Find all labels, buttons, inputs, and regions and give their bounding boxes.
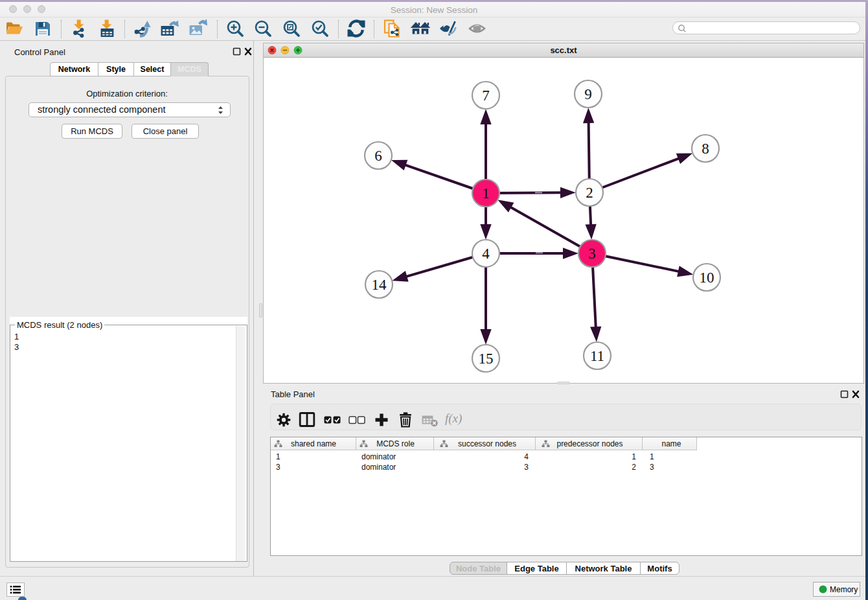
svg-text:15: 15	[479, 351, 494, 367]
svg-text:4: 4	[482, 246, 490, 262]
svg-text:8: 8	[702, 141, 709, 157]
svg-text:14: 14	[372, 277, 387, 293]
svg-text:3: 3	[588, 246, 596, 262]
svg-text:10: 10	[700, 270, 714, 286]
svg-text:2: 2	[586, 185, 593, 201]
svg-text:11: 11	[590, 348, 604, 364]
svg-text:1: 1	[482, 185, 490, 202]
svg-text:6: 6	[374, 148, 382, 164]
svg-text:7: 7	[482, 87, 490, 104]
svg-text:9: 9	[584, 86, 592, 102]
